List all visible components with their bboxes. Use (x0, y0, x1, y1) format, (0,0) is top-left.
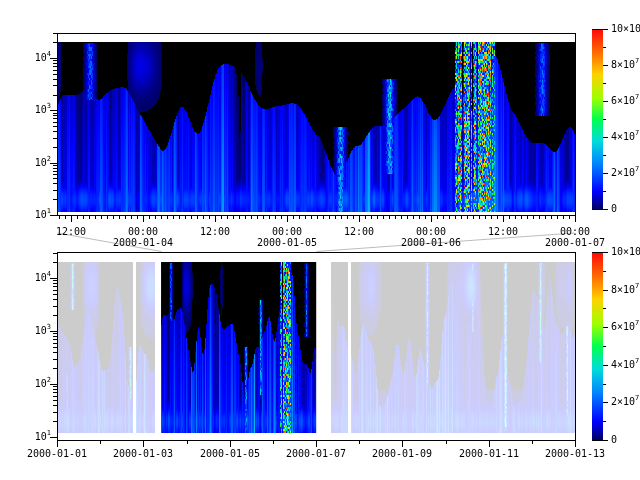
x-tick-label: 2000-01-01 (27, 449, 87, 460)
colorbar-tick-label: 0 (611, 204, 617, 215)
x-tick-label: 2000-01-03 (113, 449, 173, 460)
x-tick-label: 2000-01-13 (545, 449, 605, 460)
colorbar-tick-label: 8×107 (611, 285, 639, 296)
colorbar-tick-label: 4×107 (611, 360, 639, 371)
colorbar-tick-label: 0 (611, 435, 617, 446)
x-tick-label: 2000-01-07 (286, 449, 346, 460)
x-tick-label: 12:00 (200, 227, 230, 238)
y-tick-label: 101 (35, 432, 51, 443)
colorbar-tick-label: 8×107 (611, 60, 639, 71)
x-tick-label: 12:00 (488, 227, 518, 238)
x-tick-label: 00:002000-01-04 (113, 227, 173, 248)
y-tick-label: 104 (35, 273, 51, 284)
x-tick-label: 00:002000-01-05 (257, 227, 317, 248)
y-tick-label: 101 (35, 210, 51, 221)
x-tick-label: 2000-01-09 (372, 449, 432, 460)
colorbar-tick-label: 6×107 (611, 96, 639, 107)
x-tick-label: 2000-01-11 (459, 449, 519, 460)
x-tick-label: 00:002000-01-06 (401, 227, 461, 248)
y-tick-label: 103 (35, 105, 51, 116)
y-tick-label: 102 (35, 379, 51, 390)
axis-labels-layer: 12:0000:002000-01-0412:0000:002000-01-05… (0, 0, 640, 480)
x-tick-label: 00:002000-01-07 (545, 227, 605, 248)
colorbar-tick-label: 4×107 (611, 132, 639, 143)
y-tick-label: 104 (35, 53, 51, 64)
x-tick-label: 12:00 (344, 227, 374, 238)
colorbar-tick-label: 2×107 (611, 168, 639, 179)
spectrogram-figure: 12:0000:002000-01-0412:0000:002000-01-05… (0, 0, 640, 480)
y-tick-label: 103 (35, 326, 51, 337)
y-tick-label: 102 (35, 158, 51, 169)
x-tick-label: 12:00 (56, 227, 86, 238)
colorbar-tick-label: 10×107 (611, 24, 640, 35)
colorbar-tick-label: 2×107 (611, 397, 639, 408)
x-tick-label: 2000-01-05 (200, 449, 260, 460)
colorbar-tick-label: 10×107 (611, 247, 640, 258)
colorbar-tick-label: 6×107 (611, 322, 639, 333)
